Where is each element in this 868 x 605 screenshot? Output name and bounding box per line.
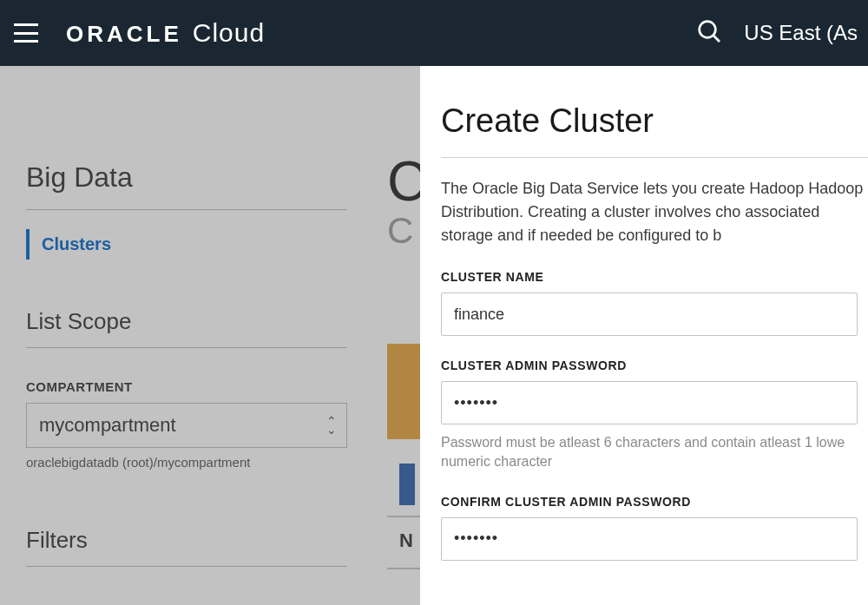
- confirm-password-input[interactable]: [441, 517, 858, 561]
- confirm-password-label: CONFIRM CLUSTER ADMIN PASSWORD: [441, 495, 868, 509]
- svg-point-0: [700, 22, 716, 38]
- admin-password-help: Password must be atleast 6 characters an…: [441, 433, 868, 472]
- panel-title: Create Cluster: [441, 102, 868, 158]
- admin-password-input[interactable]: [441, 381, 858, 424]
- global-header: ORACLE Cloud US East (As: [0, 0, 868, 66]
- create-cluster-panel: Create Cluster The Oracle Big Data Servi…: [420, 66, 868, 605]
- search-icon[interactable]: [695, 17, 723, 49]
- brand-sub: Cloud: [193, 18, 265, 48]
- brand-logo: ORACLE: [66, 21, 182, 48]
- svg-line-1: [713, 36, 720, 42]
- menu-icon[interactable]: [14, 23, 38, 43]
- cluster-name-input[interactable]: [441, 293, 858, 336]
- panel-description: The Oracle Big Data Service lets you cre…: [441, 177, 868, 247]
- region-selector[interactable]: US East (As: [744, 21, 858, 45]
- cluster-name-label: CLUSTER NAME: [441, 270, 868, 284]
- brand: ORACLE Cloud: [66, 18, 265, 48]
- admin-password-label: CLUSTER ADMIN PASSWORD: [441, 358, 868, 372]
